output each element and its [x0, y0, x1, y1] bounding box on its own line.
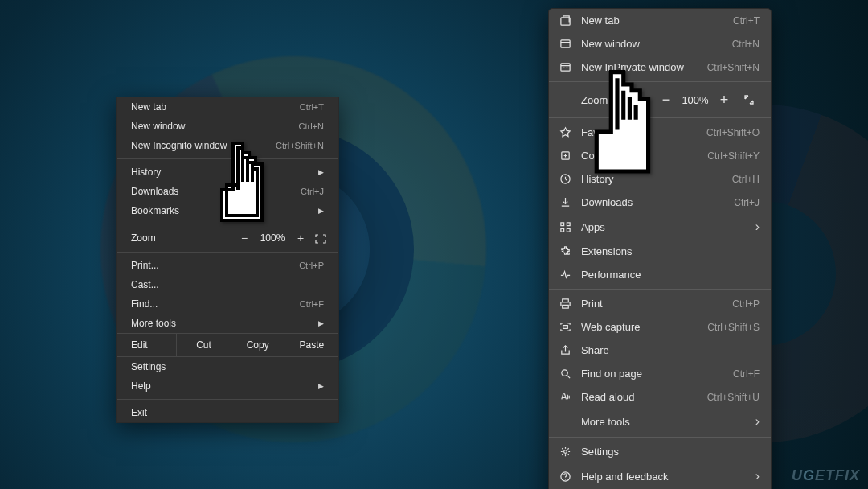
shortcut-label: Ctrl+P: [732, 298, 760, 310]
separator: [117, 399, 338, 400]
menu-item-cast-[interactable]: Cast...: [117, 275, 338, 294]
menu-item-more-tools[interactable]: More tools›: [549, 409, 771, 434]
menu-item-find-[interactable]: Find...Ctrl+F: [117, 294, 338, 314]
menu-item-help[interactable]: Help▶: [117, 376, 338, 396]
menu-item-history[interactable]: History▶: [117, 162, 338, 182]
edge-context-menu: New tabCtrl+TNew windowCtrl+NNew InPriva…: [548, 8, 772, 489]
extensions-icon: [559, 245, 571, 258]
menu-item-downloads[interactable]: DownloadsCtrl+J: [549, 191, 771, 214]
collections-icon: [559, 150, 571, 162]
menu-item-new-inprivate-window[interactable]: New InPrivate windowCtrl+Shift+N: [549, 55, 771, 79]
menu-item-exit[interactable]: Exit: [117, 403, 338, 422]
menu-item-label: Collections: [581, 150, 707, 162]
menu-item-label: Bookmarks: [131, 205, 309, 216]
shortcut-label: Ctrl+T: [733, 15, 760, 27]
menu-item-more-tools[interactable]: More tools▶: [117, 314, 338, 333]
shortcut-label: Ctrl+P: [299, 261, 324, 270]
chevron-right-icon: ▶: [309, 319, 324, 327]
menu-item-new-tab[interactable]: New tabCtrl+T: [549, 9, 771, 32]
svg-rect-2: [560, 64, 569, 71]
separator: [549, 117, 771, 118]
separator: [549, 437, 771, 438]
separator: [549, 289, 771, 290]
menu-item-settings[interactable]: Settings: [549, 440, 771, 463]
shortcut-label: Ctrl+T: [300, 102, 324, 112]
menu-item-collections[interactable]: CollectionsCtrl+Shift+Y: [549, 144, 771, 167]
shortcut-label: Ctrl+N: [732, 39, 760, 50]
svg-rect-5: [560, 222, 563, 225]
menu-item-label: New tab: [581, 14, 733, 27]
menu-item-find-on-page[interactable]: Find on pageCtrl+F: [549, 362, 771, 385]
cut-button[interactable]: Cut: [176, 334, 230, 356]
menu-item-label: Find...: [131, 298, 300, 310]
menu-item-label: New tab: [131, 101, 300, 113]
zoom-in-button[interactable]: +: [290, 232, 311, 244]
shortcut-label: Ctrl+H: [732, 174, 760, 185]
shortcut-label: Ctrl+Shift+N: [276, 141, 324, 150]
menu-item-label: Extensions: [581, 245, 760, 257]
fullscreen-button[interactable]: [311, 232, 330, 244]
svg-point-13: [561, 370, 567, 376]
svg-rect-0: [560, 18, 569, 25]
menu-item-label: History: [131, 166, 309, 178]
svg-point-14: [563, 450, 567, 454]
menu-item-print[interactable]: PrintCtrl+P: [549, 292, 771, 315]
performance-icon: [559, 269, 571, 281]
menu-item-web-capture[interactable]: Web captureCtrl+Shift+S: [549, 315, 771, 339]
print-icon: [559, 298, 571, 310]
menu-item-label: Cast...: [131, 279, 324, 290]
read-aloud-icon: [559, 391, 571, 404]
menu-item-downloads[interactable]: DownloadsCtrl+J: [117, 182, 338, 201]
chevron-right-icon: ›: [746, 414, 760, 429]
svg-rect-12: [563, 326, 567, 329]
menu-item-share[interactable]: Share: [549, 339, 771, 362]
copy-button[interactable]: Copy: [231, 334, 285, 356]
svg-rect-6: [567, 222, 570, 225]
menu-item-print-[interactable]: Print...Ctrl+P: [117, 256, 338, 275]
paste-button[interactable]: Paste: [285, 334, 338, 356]
svg-rect-11: [562, 305, 568, 308]
menu-item-extensions[interactable]: Extensions: [549, 240, 771, 263]
menu-item-label: History: [581, 173, 732, 185]
history-icon: [559, 173, 571, 186]
apps-icon: [559, 220, 571, 233]
zoom-label: Zoom: [131, 232, 234, 244]
menu-item-new-window[interactable]: New windowCtrl+N: [549, 32, 771, 55]
menu-item-bookmarks[interactable]: Bookmarks▶: [117, 201, 338, 220]
menu-item-label: Find on page: [581, 368, 733, 380]
svg-rect-7: [560, 228, 563, 232]
menu-item-label: Read aloud: [581, 391, 707, 403]
fullscreen-button[interactable]: [739, 90, 760, 109]
menu-item-performance[interactable]: Performance: [549, 263, 771, 286]
zoom-value: 100%: [678, 94, 713, 106]
shortcut-label: Ctrl+N: [299, 121, 324, 131]
menu-item-label: More tools: [131, 318, 309, 329]
menu-item-help-and-feedback[interactable]: Help and feedback›: [549, 463, 771, 489]
menu-item-favorites[interactable]: FavoritesCtrl+Shift+O: [549, 121, 771, 144]
chevron-right-icon: ▶: [309, 207, 324, 215]
menu-item-label: New Incognito window: [131, 140, 276, 151]
separator: [549, 81, 771, 82]
menu-item-zoom: Zoom − 100% +: [549, 84, 771, 115]
menu-item-label: New InPrivate window: [581, 61, 707, 73]
capture-icon: [559, 321, 571, 334]
zoom-in-button[interactable]: +: [713, 90, 735, 109]
chevron-right-icon: ▶: [309, 382, 324, 390]
menu-item-new-tab[interactable]: New tabCtrl+T: [117, 97, 338, 117]
svg-rect-8: [567, 228, 570, 232]
menu-item-read-aloud[interactable]: Read aloudCtrl+Shift+U: [549, 385, 771, 409]
new-tab-icon: [559, 14, 571, 27]
shortcut-label: Ctrl+Shift+O: [706, 127, 760, 138]
shortcut-label: Ctrl+F: [733, 368, 760, 380]
zoom-out-button[interactable]: −: [655, 90, 678, 109]
menu-item-apps[interactable]: Apps›: [549, 214, 771, 240]
menu-item-settings[interactable]: Settings: [117, 357, 338, 376]
separator: [117, 224, 338, 224]
zoom-out-button[interactable]: −: [234, 232, 255, 244]
menu-item-label: Apps: [581, 221, 746, 233]
settings-icon: [559, 446, 571, 458]
menu-item-new-window[interactable]: New windowCtrl+N: [117, 117, 338, 136]
menu-item-zoom: Zoom − 100% +: [117, 228, 338, 249]
menu-item-history[interactable]: HistoryCtrl+H: [549, 167, 771, 191]
menu-item-new-incognito-window[interactable]: New Incognito windowCtrl+Shift+N: [117, 136, 338, 155]
